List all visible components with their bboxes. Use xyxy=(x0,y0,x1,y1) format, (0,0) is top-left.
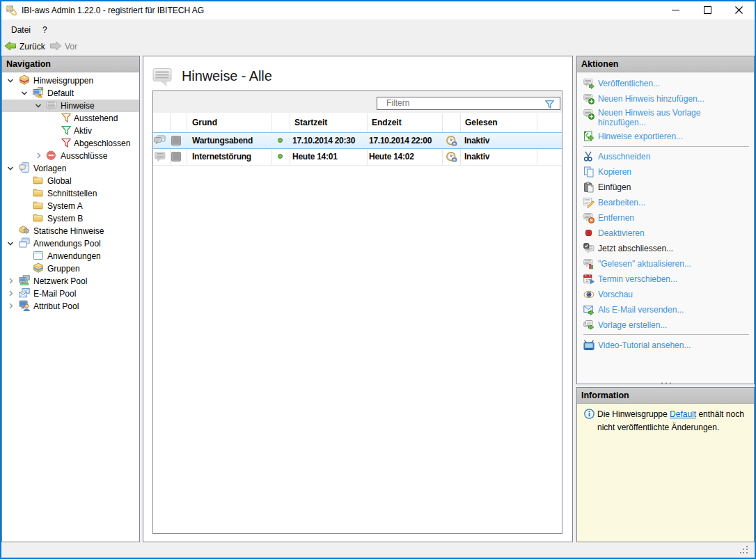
svg-text:17: 17 xyxy=(585,278,590,283)
